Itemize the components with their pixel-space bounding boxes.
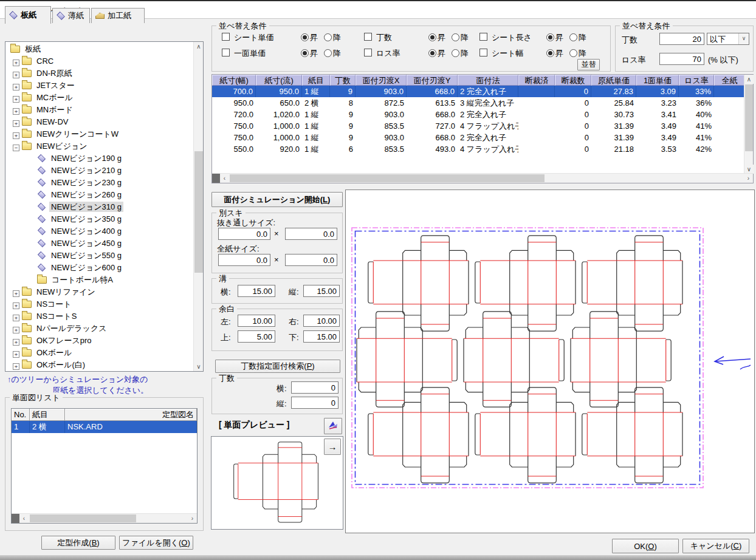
apply-sort-button[interactable]: 並替 (577, 59, 600, 70)
loss-rate-limit-input[interactable] (659, 53, 704, 65)
tree-expand-icon[interactable]: + (13, 96, 19, 103)
tree-item[interactable]: NEWビジョン350 g (5, 213, 193, 225)
tree-expand-icon[interactable]: + (13, 351, 19, 358)
count-vertical-input[interactable] (291, 397, 338, 409)
ok-button[interactable]: OK(O) (612, 539, 679, 553)
tree-item[interactable]: NEWビジョン210 g (5, 165, 193, 177)
tree-item[interactable]: +MCボール (5, 92, 193, 104)
sort-checkbox-1[interactable] (222, 49, 230, 56)
sort-checkbox-0[interactable] (222, 33, 230, 41)
sheet-count-limit-combobox[interactable]: 以下 ∨ (707, 33, 749, 45)
full-sheet-width-input[interactable] (218, 254, 270, 266)
scroll-right-icon[interactable]: › (744, 174, 753, 183)
margin-top-input[interactable] (238, 330, 275, 343)
column-header-7[interactable]: 断裁済 (518, 75, 555, 86)
scroll-left-icon[interactable]: ‹ (220, 174, 229, 183)
tree-item[interactable]: +NSコート (5, 298, 193, 310)
radio-descending[interactable] (452, 33, 459, 41)
radio-ascending[interactable] (301, 49, 309, 57)
punch-width-input[interactable] (218, 228, 270, 240)
margin-right-input[interactable] (303, 315, 340, 327)
list-item[interactable]: 12 横NSK.ARD (12, 421, 197, 433)
column-header-2[interactable]: 紙目 (302, 75, 330, 86)
tree-scrollbar-thumb[interactable] (194, 151, 203, 273)
count-horizontal-input[interactable] (291, 381, 338, 394)
tree-item[interactable]: NEWビジョン600 g (5, 262, 193, 274)
tree-item[interactable]: +OKボール (5, 347, 193, 359)
tree-item[interactable]: コートボール特A (5, 274, 193, 286)
single-list-horizontal-scrollbar[interactable]: ‹ › (12, 513, 197, 523)
sort-checkbox-4[interactable] (479, 33, 487, 41)
create-template-button[interactable]: 定型作成(B) (41, 536, 115, 550)
tree-item[interactable]: +NEWリファイン (5, 286, 193, 298)
margin-bottom-input[interactable] (303, 330, 340, 343)
column-header-6[interactable]: 面付法 (458, 75, 518, 86)
scroll-right-icon[interactable]: › (188, 514, 197, 523)
groove-horizontal-input[interactable] (238, 285, 275, 297)
tree-item[interactable]: +DN-R原紙 (5, 67, 193, 80)
column-header-3[interactable]: 丁数 (330, 75, 356, 86)
tree-expand-icon[interactable]: + (13, 363, 19, 370)
tree-item[interactable]: −NEWビジョン (5, 140, 193, 152)
tree-expand-icon[interactable]: + (13, 315, 19, 321)
table-row[interactable]: 700.0950.01 縦9903.0668.02 完全入れ子027.833.0… (212, 86, 745, 97)
table-row[interactable]: 950.0650.02 横8872.5613.53 縦完全入れ子025.843.… (212, 97, 745, 109)
column-header-0[interactable]: 紙寸(幅) (212, 75, 256, 86)
rotate-preview-button[interactable] (324, 418, 342, 434)
chevron-down-icon[interactable]: ∨ (738, 33, 749, 44)
tree-item[interactable]: +OKフレースpro (5, 335, 193, 347)
tree-vertical-scrollbar[interactable]: ∧ ∨ (193, 42, 203, 371)
tree-item[interactable]: +OKボール(白) (5, 359, 193, 371)
column-header-11[interactable]: ロス率 (679, 75, 714, 86)
radio-descending[interactable] (452, 49, 459, 57)
column-header-9[interactable]: 原紙単価 (591, 75, 636, 86)
tree-item[interactable]: +JETスター (5, 80, 193, 92)
results-vertical-scrollbar[interactable]: ∧ ∨ (744, 75, 753, 174)
radio-ascending[interactable] (428, 49, 436, 57)
tree-item[interactable]: +NEWクリーンコートW (5, 128, 193, 140)
tree-item[interactable]: +Nパールデラックス (5, 323, 193, 335)
radio-ascending[interactable] (301, 33, 309, 41)
full-sheet-height-input[interactable] (285, 254, 337, 266)
tree-expand-icon[interactable]: + (13, 120, 19, 127)
table-row[interactable]: 720.01,020.01 縦9903.0668.02 完全入れ子030.733… (212, 109, 745, 120)
scroll-down-icon[interactable]: ∨ (744, 165, 754, 174)
tree-item[interactable]: +MNボード (5, 104, 193, 116)
sort-checkbox-3[interactable] (364, 49, 372, 56)
tree-item[interactable]: NEWビジョン310 g (5, 201, 193, 213)
scroll-up-icon[interactable]: ∧ (194, 42, 204, 51)
tree-expand-icon[interactable]: + (13, 84, 19, 90)
radio-descending[interactable] (569, 33, 577, 41)
tree-item[interactable]: NEWビジョン190 g (5, 152, 193, 165)
tree-item[interactable]: NEWビジョン550 g (5, 250, 193, 262)
radio-descending[interactable] (324, 33, 332, 41)
table-row[interactable]: 750.01,000.01 縦9903.0668.02 完全入れ子031.393… (212, 132, 745, 143)
results-horizontal-scrollbar[interactable]: ‹ › (212, 173, 753, 183)
list-column-header-0[interactable]: No. (12, 409, 30, 421)
cancel-button[interactable]: キャンセル(C) (682, 539, 749, 553)
tab-1[interactable]: 薄紙 (52, 8, 90, 23)
radio-ascending[interactable] (546, 33, 554, 41)
column-header-10[interactable]: 1面単価 (636, 75, 679, 86)
scroll-up-icon[interactable]: ∧ (744, 75, 754, 84)
column-header-12[interactable]: 全紙 (714, 75, 745, 86)
column-header-4[interactable]: 面付刃渡X (356, 75, 407, 86)
search-by-count-button[interactable]: 丁数指定面付検索(P) (215, 360, 340, 373)
column-header-8[interactable]: 断裁数 (555, 75, 591, 86)
start-simulation-button[interactable]: 面付シミュレーション開始(L) (211, 192, 343, 207)
tree-expand-icon[interactable]: + (13, 302, 19, 309)
send-right-button[interactable]: → (324, 439, 341, 455)
tree-expand-icon[interactable]: + (13, 327, 19, 333)
tree-item[interactable]: NEWビジョン260 g (5, 189, 193, 201)
radio-descending[interactable] (324, 49, 332, 57)
tree-expand-icon[interactable]: + (13, 132, 19, 139)
tree-item[interactable]: NEWビジョン450 g (5, 237, 193, 250)
sort-checkbox-5[interactable] (479, 49, 487, 56)
list-column-header-2[interactable]: 定型図名 (65, 409, 197, 421)
results-vscrollbar-thumb[interactable] (745, 84, 753, 151)
tab-0[interactable]: 板紙 (5, 6, 51, 24)
tree-collapse-icon[interactable]: − (13, 145, 19, 151)
column-header-1[interactable]: 紙寸(流) (256, 75, 302, 86)
radio-ascending[interactable] (428, 33, 436, 41)
tree-expand-icon[interactable]: + (13, 108, 19, 115)
